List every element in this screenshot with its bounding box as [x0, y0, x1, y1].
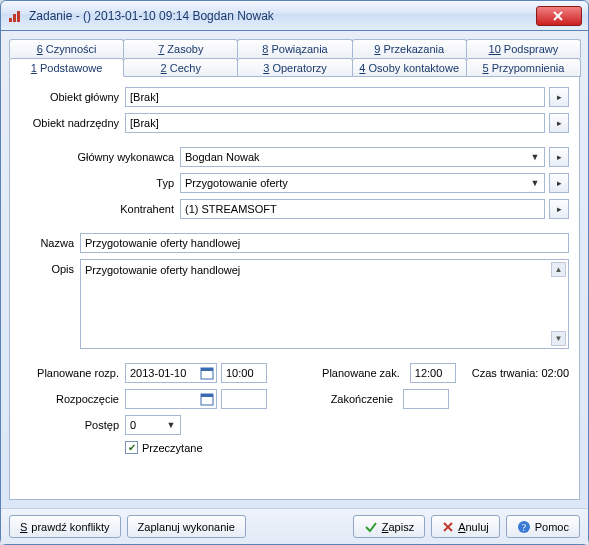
- field-nazwa[interactable]: Przygotowanie oferty handlowej: [80, 233, 569, 253]
- textarea-opis[interactable]: Przygotowanie oferty handlowej ▲ ▼: [80, 259, 569, 349]
- time-planowane-rozp[interactable]: 10:00: [221, 363, 267, 383]
- chevron-down-icon[interactable]: ▼: [527, 175, 543, 191]
- label-rozpoczecie: Rozpoczęcie: [20, 393, 125, 405]
- time-rozpoczecie[interactable]: [221, 389, 267, 409]
- chevron-down-icon[interactable]: ▼: [527, 149, 543, 165]
- tab-czynnosci[interactable]: 6 Czynności: [9, 39, 124, 58]
- button-anuluj[interactable]: Anuluj: [431, 515, 500, 538]
- app-icon: [7, 8, 23, 24]
- button-zaplanuj-wykonanie[interactable]: Zaplanuj wykonanie: [127, 515, 246, 538]
- svg-rect-1: [13, 14, 16, 22]
- tab-cechy[interactable]: 2 Cechy: [123, 58, 238, 77]
- svg-rect-8: [201, 394, 213, 397]
- window-title: Zadanie - () 2013-01-10 09:14 Bogdan Now…: [29, 9, 536, 23]
- titlebar[interactable]: Zadanie - () 2013-01-10 09:14 Bogdan Now…: [1, 1, 588, 31]
- time-zakonczenie[interactable]: [403, 389, 449, 409]
- date-rozpoczecie[interactable]: [125, 389, 217, 409]
- tab-operatorzy[interactable]: 3 Operatorzy: [237, 58, 352, 77]
- label-obiekt-glowny: Obiekt główny: [20, 91, 125, 103]
- svg-text:?: ?: [522, 522, 527, 533]
- client-area: 6 Czynności 7 Zasoby 8 Powiązania 9 Prze…: [1, 31, 588, 508]
- tabs-row-bottom: 1 Podstawowe 2 Cechy 3 Operatorzy 4 Osob…: [9, 58, 580, 77]
- label-postep: Postęp: [20, 419, 125, 431]
- svg-rect-2: [17, 11, 20, 22]
- svg-rect-0: [9, 18, 12, 22]
- check-icon: ✔: [125, 441, 138, 454]
- combo-typ[interactable]: Przygotowanie oferty: [180, 173, 545, 193]
- button-pomoc[interactable]: ? Pomoc: [506, 515, 580, 538]
- close-icon: [442, 521, 454, 533]
- tab-panel-podstawowe: Obiekt główny [Brak] ▸ Obiekt nadrzędny …: [9, 76, 580, 500]
- scroll-down-icon[interactable]: ▼: [551, 331, 566, 346]
- svg-rect-6: [201, 368, 213, 371]
- button-bar: Sprawdź konflikty Zaplanuj wykonanie Zap…: [1, 508, 588, 544]
- task-window: Zadanie - () 2013-01-10 09:14 Bogdan Now…: [0, 0, 589, 545]
- help-icon: ?: [517, 520, 531, 534]
- label-kontrahent: Kontrahent: [20, 203, 180, 215]
- lookup-obiekt-nadrzedny[interactable]: ▸: [549, 113, 569, 133]
- label-planowane-rozp: Planowane rozp.: [20, 367, 125, 379]
- label-typ: Typ: [20, 177, 180, 189]
- field-obiekt-glowny[interactable]: [Brak]: [125, 87, 545, 107]
- label-zakonczenie: Zakończenie: [331, 393, 399, 405]
- check-icon: [364, 520, 378, 534]
- date-planowane-rozp[interactable]: 2013-01-10: [125, 363, 217, 383]
- lookup-typ[interactable]: ▸: [549, 173, 569, 193]
- label-planowane-zak: Planowane zak.: [322, 367, 406, 379]
- time-planowane-zak[interactable]: 12:00: [410, 363, 456, 383]
- label-nazwa: Nazwa: [20, 237, 80, 249]
- label-czas-trwania: Czas trwania: 02:00: [472, 367, 569, 379]
- tab-podstawowe[interactable]: 1 Podstawowe: [9, 58, 124, 77]
- field-obiekt-nadrzedny[interactable]: [Brak]: [125, 113, 545, 133]
- calendar-icon[interactable]: [200, 366, 214, 380]
- button-sprawdz-konflikty[interactable]: Sprawdź konflikty: [9, 515, 121, 538]
- field-kontrahent[interactable]: (1) STREAMSOFT: [180, 199, 545, 219]
- checkbox-przeczytane[interactable]: ✔ Przeczytane: [125, 441, 203, 454]
- calendar-icon[interactable]: [200, 392, 214, 406]
- label-opis: Opis: [20, 259, 80, 275]
- tab-przypomnienia[interactable]: 5 Przypomnienia: [466, 58, 581, 77]
- chevron-down-icon[interactable]: ▼: [163, 417, 179, 433]
- lookup-glowny-wykonawca[interactable]: ▸: [549, 147, 569, 167]
- tab-podsprawy[interactable]: 10 Podsprawy: [466, 39, 581, 58]
- scroll-up-icon[interactable]: ▲: [551, 262, 566, 277]
- label-obiekt-nadrzedny: Obiekt nadrzędny: [20, 117, 125, 129]
- tab-zasoby[interactable]: 7 Zasoby: [123, 39, 238, 58]
- combo-glowny-wykonawca[interactable]: Bogdan Nowak: [180, 147, 545, 167]
- tab-powiazania[interactable]: 8 Powiązania: [237, 39, 352, 58]
- tab-przekazania[interactable]: 9 Przekazania: [352, 39, 467, 58]
- tabs-row-top: 6 Czynności 7 Zasoby 8 Powiązania 9 Prze…: [9, 39, 580, 58]
- lookup-obiekt-glowny[interactable]: ▸: [549, 87, 569, 107]
- button-zapisz[interactable]: Zapisz: [353, 515, 425, 538]
- lookup-kontrahent[interactable]: ▸: [549, 199, 569, 219]
- close-button[interactable]: [536, 6, 582, 26]
- label-glowny-wykonawca: Główny wykonawca: [20, 151, 180, 163]
- tab-osoby-kontaktowe[interactable]: 4 Osoby kontaktowe: [352, 58, 467, 77]
